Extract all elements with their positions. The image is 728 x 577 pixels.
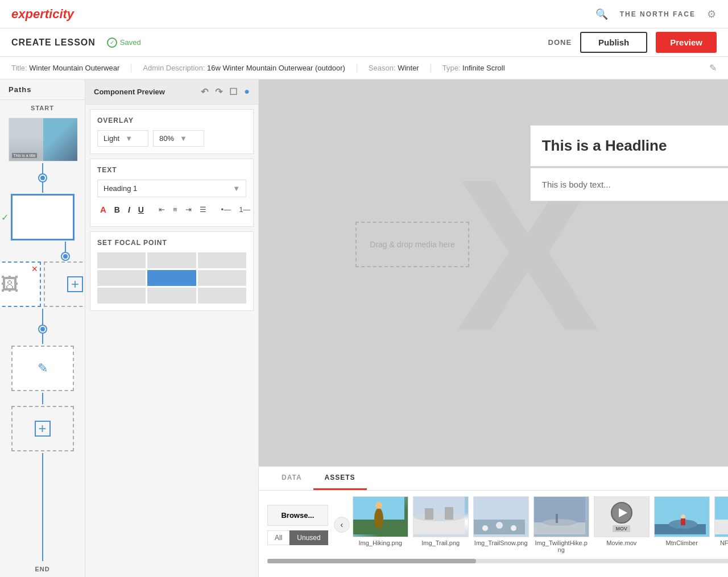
overlay-section-title: Overlay: [97, 117, 246, 124]
filter-unused-button[interactable]: Unused: [289, 530, 328, 545]
settings-icon[interactable]: ⚙: [707, 8, 717, 20]
site-name: THE NORTH FACE: [620, 10, 696, 18]
path-card-selected[interactable]: ✕ 🖼: [0, 261, 41, 307]
admin-desc-label: Admin Description:: [143, 64, 205, 72]
filter-all-button[interactable]: All: [267, 530, 289, 545]
bold-button[interactable]: B: [111, 204, 123, 216]
overlay-controls: Light ▼ 80% ▼: [97, 130, 246, 147]
path-card-edit[interactable]: ✎: [11, 346, 74, 391]
focal-cell-5[interactable]: [198, 270, 246, 286]
heading-dropdown-arrow: ▼: [233, 184, 240, 193]
path-connector-3: [65, 242, 66, 253]
twilight-image: [534, 497, 585, 534]
focal-cell-0[interactable]: [97, 252, 146, 268]
bullet-list-button[interactable]: •―: [218, 204, 234, 215]
season-meta: Season: Winter: [357, 64, 431, 72]
align-right-button[interactable]: ⇥: [183, 204, 195, 215]
overlay-opacity-arrow: ▼: [180, 134, 187, 143]
asset-movie[interactable]: MOV Movie.mov: [594, 496, 650, 553]
header-actions: DONE Publish Preview: [548, 32, 717, 53]
palette-icon[interactable]: ●: [244, 86, 250, 97]
heading-select[interactable]: Heading 1 ▼: [97, 180, 246, 197]
redo-icon[interactable]: ↷: [215, 86, 222, 97]
publish-button[interactable]: Publish: [580, 32, 647, 53]
hiking-image: [353, 497, 404, 534]
overlay-section: Overlay Light ▼ 80% ▼: [90, 109, 254, 154]
path-dot: [39, 175, 46, 181]
overlay-opacity-value: 80%: [159, 134, 174, 143]
assets-tab[interactable]: ASSETS: [313, 467, 367, 490]
trailsnow-image: [474, 497, 525, 534]
focal-cell-1[interactable]: [147, 252, 196, 268]
path-dot-3: [39, 326, 46, 333]
quicktime-icon: [610, 501, 633, 524]
trail-image: [413, 497, 465, 534]
paths-header: Paths: [0, 80, 85, 100]
jacket-image: [715, 497, 728, 534]
asset-scrollbar-thumb: [267, 559, 476, 563]
align-justify-button[interactable]: ☰: [197, 204, 209, 215]
asset-twilighthike[interactable]: Img_TwilightHike.png: [533, 496, 589, 553]
align-center-button[interactable]: ≡: [170, 204, 180, 215]
path-card-2[interactable]: [11, 194, 74, 240]
asset-hiking[interactable]: ✓ Img_Hiking.png: [353, 496, 408, 553]
drag-drop-label: Drag & drop media here: [370, 240, 454, 249]
browse-button[interactable]: Browse...: [267, 505, 328, 526]
asset-mtnclimber[interactable]: MtnClimber: [654, 496, 710, 553]
header-bar: CREATE LESSON ✓ Saved DONE Publish Previ…: [0, 28, 728, 57]
path-dot-2: [62, 253, 69, 260]
font-color-button[interactable]: A: [97, 203, 109, 216]
focal-cell-3[interactable]: [97, 270, 146, 286]
data-tab[interactable]: DATA: [270, 467, 313, 490]
top-nav: experticity 🔍 THE NORTH FACE ⚙: [0, 0, 728, 28]
numbered-list-button[interactable]: 1―: [236, 204, 253, 215]
mov-label: MOV: [613, 525, 630, 532]
overlay-dropdown-arrow: ▼: [125, 134, 133, 143]
svg-rect-9: [445, 507, 453, 520]
asset-trail[interactable]: Img_Trail.png: [413, 496, 469, 553]
svg-rect-25: [681, 518, 685, 525]
path-connector: [42, 163, 43, 175]
mtnclimber-image: [655, 497, 706, 534]
remove-component-icon[interactable]: ✕: [31, 264, 38, 273]
headline-box[interactable]: ✕ This is a Headline: [530, 125, 728, 167]
asset-trailsnow[interactable]: Img_TrailSnow.png: [473, 496, 529, 553]
path-connector-6: [42, 393, 43, 404]
body-text-box[interactable]: ✕ This is body text...: [530, 168, 728, 201]
paths-sidebar: Paths START This is a title ✓: [0, 80, 85, 577]
type-label: Type:: [442, 64, 461, 72]
focal-cell-4-active[interactable]: [147, 270, 196, 286]
asset-thumb-hiking: ✓: [353, 496, 408, 537]
focal-section-title: Set Focal Point: [97, 239, 246, 247]
path-card-1[interactable]: This is a title: [9, 118, 77, 161]
svg-point-12: [482, 525, 488, 531]
focal-cell-7[interactable]: [147, 288, 196, 304]
asset-thumb-twilight: [533, 496, 589, 537]
svg-point-17: [543, 519, 577, 526]
overlay-type-select[interactable]: Light ▼: [97, 130, 148, 147]
preview-button[interactable]: Preview: [656, 32, 717, 53]
drag-drop-area[interactable]: Drag & drop media here: [355, 222, 469, 267]
underline-button[interactable]: U: [135, 204, 147, 216]
overlay-light-label: Light: [104, 134, 119, 143]
asset-apexjacket[interactable]: NF_ApexJacket: [714, 496, 728, 553]
done-button[interactable]: DONE: [548, 38, 572, 47]
edit-pencil-icon: ✎: [38, 361, 48, 376]
italic-button[interactable]: I: [125, 204, 133, 216]
undo-icon[interactable]: ↶: [201, 86, 208, 97]
fullscreen-icon[interactable]: ☐: [229, 86, 237, 97]
search-icon[interactable]: 🔍: [595, 8, 609, 20]
focal-cell-8[interactable]: [198, 288, 246, 304]
focal-cell-6[interactable]: [97, 288, 146, 304]
edit-metadata-icon[interactable]: ✎: [709, 63, 717, 73]
title-meta: Title: Winter Mountain Outerwear: [11, 64, 131, 72]
align-left-button[interactable]: ⇤: [156, 204, 168, 215]
path-card-add[interactable]: +: [11, 406, 74, 451]
focal-cell-2[interactable]: [198, 252, 246, 268]
asset-scrollbar[interactable]: [267, 559, 728, 563]
scroll-left-button[interactable]: ‹: [334, 517, 350, 533]
asset-name-movie: Movie.mov: [606, 539, 636, 546]
overlay-opacity-select[interactable]: 80% ▼: [153, 130, 204, 147]
season-value: Winter: [398, 64, 419, 72]
svg-rect-8: [425, 508, 433, 520]
